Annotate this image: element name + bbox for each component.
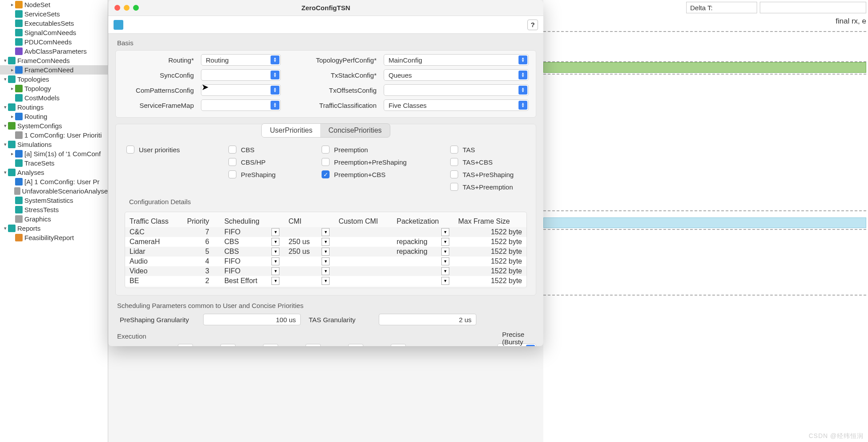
- project-tree[interactable]: ▸NodeSetServiceSetsExecutablesSetsSignal…: [0, 0, 108, 442]
- duration-input[interactable]: [178, 344, 193, 346]
- tree-item[interactable]: ExecutablesSets: [0, 19, 108, 28]
- checkbox-row[interactable]: CBS: [228, 146, 308, 154]
- checkbox-row[interactable]: User priorities: [126, 146, 215, 154]
- tree-item[interactable]: ▸NodeSet: [0, 0, 108, 9]
- checkbox[interactable]: [450, 183, 458, 191]
- disclosure-icon[interactable]: ▾: [3, 58, 8, 63]
- tree-item[interactable]: SignalComNeeds: [0, 28, 108, 37]
- dropdown-icon[interactable]: ▼: [322, 257, 330, 265]
- disclosure-icon[interactable]: ▾: [3, 123, 8, 129]
- basis-combo[interactable]: Five Classes: [384, 99, 529, 111]
- dropdown-icon[interactable]: ▼: [271, 228, 279, 236]
- checkbox-row[interactable]: TAS+Preemption: [450, 183, 543, 191]
- checkbox[interactable]: [322, 158, 330, 166]
- disclosure-icon[interactable]: ▸: [10, 67, 15, 73]
- basis-combo[interactable]: [201, 69, 281, 81]
- checkbox-row[interactable]: TAS+PreShaping: [450, 170, 543, 178]
- zoom-icon[interactable]: [133, 5, 139, 11]
- tree-item[interactable]: CostModels: [0, 93, 108, 103]
- dropdown-icon[interactable]: ▼: [322, 248, 330, 256]
- checkbox[interactable]: [450, 170, 458, 178]
- analysis-combo[interactable]: Precise (Bursty Traffic Trade-Off): [497, 343, 536, 346]
- table-row[interactable]: CameraH6CBS▼250 us▼repacking▼1522 byte: [125, 237, 526, 247]
- disclosure-icon[interactable]: ▸: [10, 151, 15, 157]
- dropdown-icon[interactable]: ▼: [322, 238, 330, 246]
- checkbox-row[interactable]: PreShaping: [228, 170, 308, 178]
- dropdown-icon[interactable]: ▼: [441, 277, 449, 285]
- tree-item[interactable]: ▸Routing: [0, 112, 108, 121]
- tree-item[interactable]: ▸FrameComNeed: [0, 65, 108, 75]
- basis-combo[interactable]: [384, 84, 529, 96]
- tree-item[interactable]: TraceSets: [0, 158, 108, 168]
- tree-item[interactable]: 1 ComConfig: User Prioriti: [0, 130, 108, 140]
- basis-combo[interactable]: Queues: [384, 69, 529, 81]
- checkbox-row[interactable]: Preemption+PreShaping: [322, 158, 437, 166]
- checkbox[interactable]: [450, 158, 458, 166]
- delta-t-value[interactable]: [760, 2, 866, 13]
- basis-combo[interactable]: MainConfig: [384, 54, 529, 66]
- duration-input[interactable]: [348, 344, 363, 346]
- basis-combo[interactable]: [201, 99, 281, 111]
- tree-item[interactable]: ▾FrameComNeeds: [0, 56, 108, 65]
- dropdown-icon[interactable]: ▼: [271, 267, 279, 275]
- tree-item[interactable]: Graphics: [0, 214, 108, 224]
- disclosure-icon[interactable]: ▸: [10, 86, 15, 91]
- tree-item[interactable]: ▾Topologies: [0, 75, 108, 84]
- dropdown-icon[interactable]: ▼: [441, 257, 449, 265]
- table-row[interactable]: Audio4FIFO▼▼▼1522 byte: [125, 257, 526, 266]
- disclosure-icon[interactable]: ▾: [3, 104, 8, 110]
- checkbox[interactable]: [322, 170, 330, 178]
- dropdown-icon[interactable]: ▼: [271, 248, 279, 256]
- checkbox-row[interactable]: Preemption: [322, 146, 437, 154]
- checkbox[interactable]: [450, 146, 458, 154]
- table-row[interactable]: Lidar5CBS▼250 us▼repacking▼1522 byte: [125, 247, 526, 257]
- table-row[interactable]: Video3FIFO▼▼▼1522 byte: [125, 266, 526, 276]
- tree-item[interactable]: StressTests: [0, 205, 108, 214]
- duration-input[interactable]: [391, 344, 406, 346]
- priorities-tabs[interactable]: UserPriorities ConcisePriorities: [261, 123, 390, 138]
- dropdown-icon[interactable]: ▼: [441, 228, 449, 236]
- disclosure-icon[interactable]: ▾: [3, 170, 8, 175]
- dropdown-icon[interactable]: ▼: [322, 277, 330, 285]
- tree-item[interactable]: FeasibilityReport: [0, 233, 108, 242]
- close-icon[interactable]: [114, 5, 120, 11]
- dropdown-icon[interactable]: ▼: [441, 238, 449, 246]
- tree-item[interactable]: PDUComNeeds: [0, 37, 108, 47]
- tree-item[interactable]: ▾Analyses: [0, 168, 108, 177]
- duration-input[interactable]: [263, 344, 278, 346]
- basis-combo[interactable]: [201, 84, 281, 96]
- tree-item[interactable]: ServiceSets: [0, 9, 108, 19]
- tree-item[interactable]: UnfavorableScenarioAnalyse: [0, 186, 108, 196]
- checkbox[interactable]: [126, 146, 134, 154]
- duration-input[interactable]: [220, 344, 236, 346]
- disclosure-icon[interactable]: ▾: [3, 142, 8, 147]
- disclosure-icon[interactable]: ▸: [10, 114, 15, 119]
- table-row[interactable]: BE2Best Effort▼▼▼1522 byte: [125, 276, 526, 286]
- tree-item[interactable]: ▸Topology: [0, 84, 108, 93]
- disclosure-icon[interactable]: ▾: [3, 225, 8, 231]
- table-row[interactable]: C&C7FIFO▼▼▼1522 byte: [125, 227, 526, 237]
- titlebar[interactable]: ZeroConfigTSN: [108, 0, 543, 16]
- tab-user-priorities[interactable]: UserPriorities: [262, 124, 320, 137]
- help-button[interactable]: ?: [527, 20, 538, 30]
- checkbox[interactable]: [322, 146, 330, 154]
- tree-item[interactable]: ▾SystemConfigs: [0, 121, 108, 130]
- disclosure-icon[interactable]: ▸: [10, 2, 15, 8]
- tree-item[interactable]: ▾Routings: [0, 103, 108, 112]
- tab-concise-priorities[interactable]: ConcisePriorities: [320, 124, 389, 137]
- tree-item[interactable]: ▾Reports: [0, 224, 108, 233]
- dropdown-icon[interactable]: ▼: [271, 257, 279, 265]
- dropdown-icon[interactable]: ▼: [441, 267, 449, 275]
- preshaping-input[interactable]: 100 us: [203, 314, 301, 325]
- tree-item[interactable]: AvbClassParameters: [0, 47, 108, 56]
- checkbox-row[interactable]: CBS/HP: [228, 158, 308, 166]
- basis-combo[interactable]: Routing: [201, 54, 281, 66]
- dropdown-icon[interactable]: ▼: [322, 267, 330, 275]
- tas-input[interactable]: 2 us: [379, 314, 476, 325]
- dropdown-icon[interactable]: ▼: [271, 238, 279, 246]
- app-icon[interactable]: [114, 20, 123, 30]
- dropdown-icon[interactable]: ▼: [271, 277, 279, 285]
- dropdown-icon[interactable]: ▼: [441, 248, 449, 256]
- tree-item[interactable]: SystemStatistics: [0, 196, 108, 205]
- checkbox[interactable]: [228, 170, 236, 178]
